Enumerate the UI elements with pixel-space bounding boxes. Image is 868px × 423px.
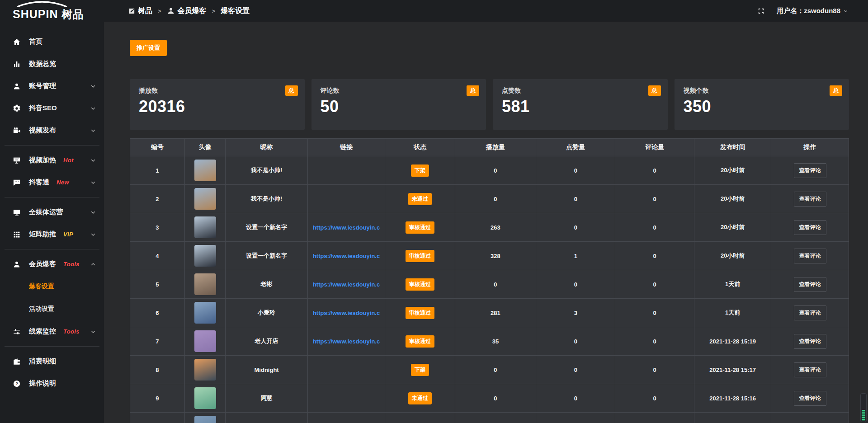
bar-chart-icon <box>12 60 21 68</box>
cell-comments: 0 <box>615 384 694 413</box>
fullscreen-icon[interactable] <box>757 7 765 15</box>
view-comments-button[interactable]: 查看评论 <box>794 249 826 263</box>
cell-link <box>307 384 385 413</box>
breadcrumb-item-baoke-settings: 爆客设置 <box>221 6 250 16</box>
sidebar-item-video-publish[interactable]: 视频发布 <box>0 119 104 141</box>
sidebar-item-operation-guide[interactable]: ?操作说明 <box>0 372 104 395</box>
cell-action: 查看评论 <box>771 270 849 299</box>
cell-publish-time: 20小时前 <box>694 213 771 242</box>
stat-card-total-badge: 总 <box>830 85 842 96</box>
view-comments-button[interactable]: 查看评论 <box>794 391 826 406</box>
view-comments-button[interactable]: 查看评论 <box>794 306 826 320</box>
sidebar-divider <box>5 145 99 146</box>
question-circle-icon: ? <box>12 380 21 388</box>
status-badge: 未通过 <box>408 193 432 205</box>
cell-plays: 281 <box>455 299 536 327</box>
cell-plays: 0 <box>455 384 536 413</box>
avatar <box>194 245 216 267</box>
stat-card-total-badge: 总 <box>285 85 298 96</box>
cell-number: 5 <box>130 270 185 299</box>
profile-link[interactable]: https://www.iesdouyin.c <box>313 224 380 231</box>
sidebar-item-badge: Tools <box>63 328 80 335</box>
column-header: 发布时间 <box>694 139 771 156</box>
view-comments-button[interactable]: 查看评论 <box>794 334 826 349</box>
breadcrumb-item-shupin[interactable]: 树品 <box>128 6 152 16</box>
breadcrumb-item-member-baoke[interactable]: 会员爆客 <box>167 6 207 16</box>
sidebar-item-member-baoke[interactable]: 会员爆客Tools <box>0 253 104 275</box>
cell-publish-time: 2021-11-28 15:19 <box>694 327 771 356</box>
stat-card-value: 581 <box>502 97 659 116</box>
cell-comments: 0 <box>615 327 694 356</box>
sidebar-item-label: 全媒体运营 <box>29 208 63 216</box>
cell-number: 3 <box>130 213 185 242</box>
cell-link <box>307 413 385 423</box>
sidebar-item-data-overview[interactable]: 数据总览 <box>0 53 104 75</box>
avatar <box>194 302 216 324</box>
chevron-down-icon <box>90 84 96 89</box>
sidebar: 首页数据总览账号管理抖音SEO视频发布视频加热Hot抖客通New全媒体运营矩阵助… <box>0 22 104 423</box>
cell-publish-time: 2021-11-28 15:17 <box>694 356 771 384</box>
column-header: 链接 <box>307 139 385 156</box>
profile-link[interactable]: https://www.iesdouyin.c <box>313 253 380 259</box>
avatar <box>194 330 216 352</box>
view-comments-button[interactable]: 查看评论 <box>794 220 826 235</box>
cell-nickname: 设置一个新名字 <box>226 242 307 270</box>
cell-status: 审核通过 <box>385 327 455 356</box>
sidebar-item-douyin-seo[interactable]: 抖音SEO <box>0 97 104 119</box>
cell-status: 审核通过 <box>385 299 455 327</box>
chevron-down-icon <box>843 9 848 14</box>
profile-link[interactable]: https://www.iesdouyin.c <box>313 281 380 288</box>
sidebar-item-video-heat[interactable]: 视频加热Hot <box>0 149 104 171</box>
sidebar-item-matrix-boost[interactable]: 矩阵助推VIP <box>0 223 104 245</box>
cell-link: https://www.iesdouyin.c <box>307 242 385 270</box>
video-camera-icon <box>12 127 21 135</box>
view-comments-button[interactable]: 查看评论 <box>794 192 826 207</box>
cell-likes: 0 <box>536 384 615 413</box>
profile-link[interactable]: https://www.iesdouyin.c <box>313 338 380 345</box>
sliders-icon <box>12 328 21 336</box>
cell-plays <box>455 413 536 423</box>
cell-plays: 0 <box>455 156 536 185</box>
cell-likes: 0 <box>536 327 615 356</box>
cell-plays: 0 <box>455 356 536 384</box>
sidebar-item-douketong[interactable]: 抖客通New <box>0 171 104 193</box>
cell-nickname: Midnight <box>226 356 307 384</box>
cell-avatar <box>184 356 226 384</box>
username-label: 用户名：zswodun88 <box>777 7 840 15</box>
cell-plays: 0 <box>455 270 536 299</box>
cell-action: 查看评论 <box>771 242 849 270</box>
stat-cards: 播放数总20316评论数总50点赞数总581视频个数总350 <box>130 79 849 130</box>
profile-link[interactable]: https://www.iesdouyin.c <box>313 310 380 316</box>
cell-comments: 0 <box>615 356 694 384</box>
cell-link: https://www.iesdouyin.c <box>307 299 385 327</box>
sidebar-subitem-activity-settings[interactable]: 活动设置 <box>0 298 104 320</box>
status-badge: 审核通过 <box>406 278 434 291</box>
user-icon <box>167 7 175 15</box>
username-menu[interactable]: 用户名：zswodun88 <box>777 7 848 15</box>
cell-link <box>307 356 385 384</box>
sidebar-item-omni-media[interactable]: 全媒体运营 <box>0 201 104 223</box>
cell-likes <box>536 413 615 423</box>
status-badge: 未通过 <box>408 392 432 404</box>
view-comments-button[interactable]: 查看评论 <box>794 362 826 377</box>
promo-settings-button[interactable]: 推广设置 <box>130 40 167 56</box>
app-logo[interactable]: SHUPIN 树品 <box>0 0 104 22</box>
sidebar-item-account-management[interactable]: 账号管理 <box>0 75 104 97</box>
cell-action <box>771 413 849 423</box>
breadcrumb: 树品>会员爆客>爆客设置 <box>128 6 250 16</box>
column-header: 昵称 <box>226 139 307 156</box>
status-badge: 审核通过 <box>406 221 434 234</box>
sidebar-item-clue-monitor[interactable]: 线索监控Tools <box>0 320 104 343</box>
cell-publish-time: 2021-11-28 15:16 <box>694 384 771 413</box>
cell-number: 8 <box>130 356 185 384</box>
column-header: 操作 <box>771 139 849 156</box>
scrollbar-widget[interactable] <box>860 393 867 422</box>
sidebar-item-consume-detail[interactable]: 消费明细 <box>0 350 104 372</box>
view-comments-button[interactable]: 查看评论 <box>794 163 826 178</box>
sidebar-subitem-baoke-settings[interactable]: 爆客设置 <box>0 275 104 298</box>
chevron-down-icon <box>90 106 96 111</box>
avatar <box>194 359 216 381</box>
sidebar-item-home[interactable]: 首页 <box>0 31 104 53</box>
view-comments-button[interactable]: 查看评论 <box>794 277 826 292</box>
cell-action: 查看评论 <box>771 213 849 242</box>
